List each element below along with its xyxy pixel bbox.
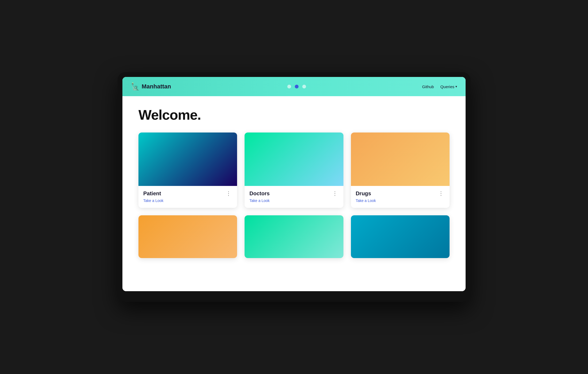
nav-dot-2[interactable] <box>295 85 299 88</box>
card-drugs-link[interactable]: Take a Look <box>356 198 376 203</box>
brand: 🗽 Manhattan <box>131 83 171 91</box>
card-patient-image <box>138 133 237 186</box>
card-patient-title: Patient <box>143 190 161 197</box>
nav-dot-1[interactable] <box>287 85 291 88</box>
card-doctors-more-icon[interactable]: ⋮ <box>331 190 339 197</box>
brand-name: Manhattan <box>142 83 171 90</box>
card-doctors-body: Doctors ⋮ Take a Look <box>245 186 343 208</box>
queries-label: Queries <box>440 84 454 89</box>
card-drugs[interactable]: Drugs ⋮ Take a Look <box>351 133 450 208</box>
card-drugs-more-icon[interactable]: ⋮ <box>437 190 445 197</box>
card-drugs-image <box>351 133 450 186</box>
card-patient-header: Patient ⋮ <box>143 190 232 197</box>
monitor-frame: 🗽 Manhattan Github Queries ▾ Welcome. <box>118 72 470 302</box>
card-5[interactable] <box>245 215 343 258</box>
card-doctors-link[interactable]: Take a Look <box>249 198 270 203</box>
brand-icon: 🗽 <box>131 83 140 91</box>
card-doctors-title: Doctors <box>249 190 270 197</box>
card-doctors-image <box>245 133 343 186</box>
nav-dots <box>287 85 306 88</box>
chevron-down-icon: ▾ <box>455 85 457 88</box>
nav-dot-3[interactable] <box>302 85 306 88</box>
card-patient-more-icon[interactable]: ⋮ <box>225 190 232 197</box>
card-drugs-header: Drugs ⋮ <box>356 190 445 197</box>
main-content: Welcome. Patient ⋮ Take a Look <box>122 96 466 291</box>
card-patient-body: Patient ⋮ Take a Look <box>138 186 237 208</box>
card-6[interactable] <box>351 215 450 258</box>
card-4[interactable] <box>138 215 237 258</box>
page-title: Welcome. <box>138 107 450 123</box>
card-doctors-header: Doctors ⋮ <box>249 190 338 197</box>
card-drugs-body: Drugs ⋮ Take a Look <box>351 186 450 208</box>
navbar: 🗽 Manhattan Github Queries ▾ <box>122 77 466 96</box>
card-6-image <box>351 215 450 258</box>
card-doctors[interactable]: Doctors ⋮ Take a Look <box>245 133 343 208</box>
card-patient[interactable]: Patient ⋮ Take a Look <box>138 133 237 208</box>
nav-links: Github Queries ▾ <box>422 84 457 89</box>
card-drugs-title: Drugs <box>356 190 371 197</box>
card-4-image <box>138 215 237 258</box>
card-grid: Patient ⋮ Take a Look Doctors ⋮ Ta <box>138 133 450 258</box>
screen: 🗽 Manhattan Github Queries ▾ Welcome. <box>122 77 466 291</box>
card-5-image <box>245 215 343 258</box>
github-link[interactable]: Github <box>422 84 434 89</box>
queries-dropdown[interactable]: Queries ▾ <box>440 84 457 89</box>
card-patient-link[interactable]: Take a Look <box>143 198 164 203</box>
